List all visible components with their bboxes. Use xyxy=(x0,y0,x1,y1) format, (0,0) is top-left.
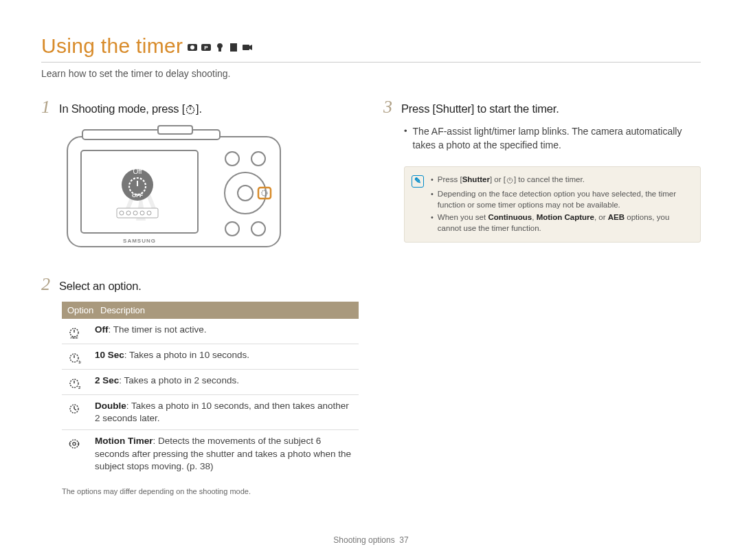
page-subtitle: Learn how to set the timer to delay shoo… xyxy=(41,68,701,79)
timer-2sec-icon: 2 xyxy=(65,374,95,390)
svg-point-27 xyxy=(251,152,265,166)
table-head-option: Option xyxy=(67,305,100,315)
svg-rect-5 xyxy=(229,43,230,52)
options-table: Option Description OFF Off: The timer is… xyxy=(62,302,359,478)
svg-rect-6 xyxy=(237,43,238,52)
svg-text:2: 2 xyxy=(78,385,81,390)
svg-text:10: 10 xyxy=(78,360,81,364)
timer-button-icon xyxy=(185,104,196,117)
camera-brand: SAMSUNG xyxy=(123,238,156,244)
step-1-text: In Shooting mode, press []. xyxy=(59,102,202,117)
timer-motion-icon xyxy=(65,435,95,450)
mode-movie-icon xyxy=(242,42,253,53)
mode-scene-icon xyxy=(228,42,239,53)
table-row: OFF Off: The timer is not active. xyxy=(62,319,359,344)
timer-off-icon: OFF xyxy=(65,324,95,339)
table-row: Double: Takes a photo in 10 seconds, and… xyxy=(62,395,359,430)
mode-dis-icon xyxy=(214,42,225,53)
step-3: 3 Press [Shutter] to start the timer. xyxy=(383,97,701,117)
step-3-num: 3 xyxy=(383,97,393,117)
svg-rect-4 xyxy=(229,43,238,52)
left-column: 1 In Shooting mode, press []. xyxy=(41,97,359,495)
timer-10sec-icon: 10 xyxy=(65,349,95,364)
mode-auto-icon xyxy=(187,42,198,53)
svg-rect-12 xyxy=(82,130,220,139)
svg-point-47 xyxy=(73,443,76,445)
svg-point-1 xyxy=(190,45,194,49)
mode-icons: P xyxy=(187,42,253,53)
table-footnote: The options may differ depending on the … xyxy=(62,487,359,495)
timer-small-icon xyxy=(506,176,514,187)
page-footer: Shooting options 37 xyxy=(0,535,742,545)
step-2-num: 2 xyxy=(41,274,51,295)
table-head-desc: Description xyxy=(100,305,145,315)
svg-rect-7 xyxy=(243,45,249,50)
step-3-text: Press [Shutter] to start the timer. xyxy=(401,102,559,115)
svg-text:OFF: OFF xyxy=(132,192,143,199)
note-icon: ✎ xyxy=(412,175,424,188)
step-2-text: Select an option. xyxy=(59,280,142,293)
timer-double-icon xyxy=(65,400,95,415)
step-2: 2 Select an option. xyxy=(41,274,359,295)
page-title: Using the timer xyxy=(41,34,183,58)
svg-line-45 xyxy=(74,409,76,410)
svg-text:P: P xyxy=(205,45,209,51)
svg-point-26 xyxy=(225,152,239,166)
table-row: 10 10 Sec: Takes a photo in 10 seconds. xyxy=(62,344,359,370)
note-item: • Depending on the face detection option… xyxy=(431,188,692,210)
note-item: • When you set Continuous, Motion Captur… xyxy=(431,212,692,234)
title-row: Using the timer P xyxy=(41,34,701,63)
table-header: Option Description xyxy=(62,302,359,319)
svg-point-32 xyxy=(225,222,239,236)
mode-program-icon: P xyxy=(201,42,212,53)
svg-point-46 xyxy=(70,440,78,448)
note-item: • Press [Shutter] or [] to cancel the ti… xyxy=(431,174,692,187)
svg-point-29 xyxy=(238,186,253,201)
step-1: 1 In Shooting mode, press []. xyxy=(41,97,359,117)
right-column: 3 Press [Shutter] to start the timer. • … xyxy=(383,97,701,495)
camera-screen-off-label: Off xyxy=(133,168,142,175)
svg-rect-13 xyxy=(158,126,192,134)
camera-illustration: Off OFF SAMSUNG xyxy=(62,124,359,258)
svg-point-33 xyxy=(251,222,265,236)
bullet-icon: • xyxy=(404,124,407,153)
svg-text:OFF: OFF xyxy=(71,336,79,339)
table-row: 2 2 Sec: Takes a photo in 2 seconds. xyxy=(62,370,359,395)
table-row: Motion Timer: Detects the movements of t… xyxy=(62,430,359,478)
step-1-num: 1 xyxy=(41,97,51,117)
step-3-body: • The AF-assist light/timer lamp blinks.… xyxy=(404,124,701,153)
note-box: ✎ • Press [Shutter] or [] to cancel the … xyxy=(404,166,701,243)
